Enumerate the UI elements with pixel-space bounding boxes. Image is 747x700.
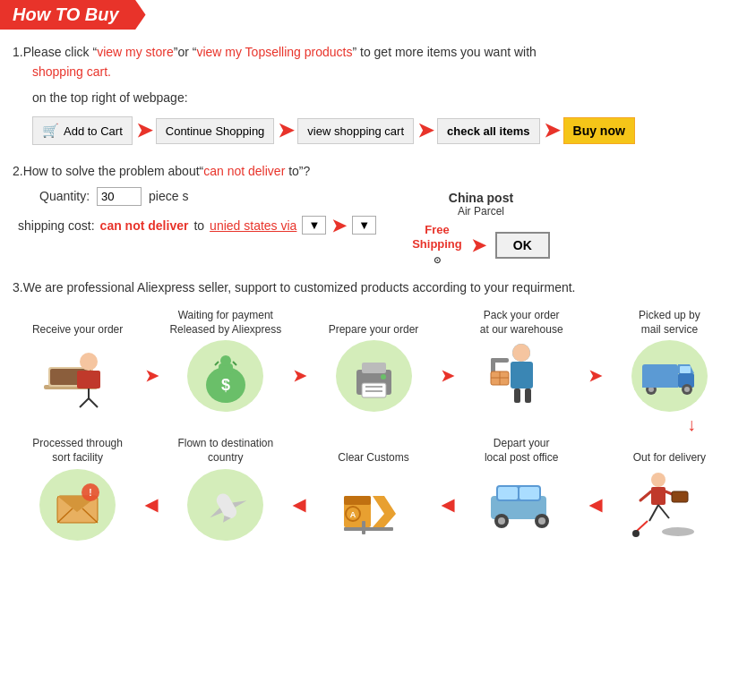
quantity-unit: piece s	[149, 189, 188, 203]
shipping-dropdown[interactable]: ▼	[302, 216, 326, 235]
flow-arrow-8: ◀	[142, 495, 160, 515]
svg-point-37	[684, 387, 690, 392]
flow-icon-2: $	[160, 340, 290, 412]
flow-label-9: Flown to destinationcountry	[160, 437, 290, 465]
quantity-input[interactable]	[97, 187, 142, 206]
step2-end: to”?	[285, 164, 310, 178]
flow-label-5: Picked up bymail service	[605, 309, 734, 337]
svg-point-39	[651, 473, 665, 487]
svg-point-56	[538, 517, 545, 525]
check-items-button[interactable]: check all items	[437, 118, 540, 144]
step3-content: 3.We are professional Aliexpress seller,…	[13, 280, 576, 295]
flow-label-7: Depart yourlocal post office	[457, 437, 587, 465]
svg-rect-4	[77, 371, 100, 388]
step1-text2: on the top right of webpage:	[13, 88, 734, 107]
svg-line-13	[233, 362, 236, 365]
svg-text:$: $	[221, 376, 230, 394]
free-shipping-label: FreeShipping⊙	[412, 223, 462, 269]
flow-icon-1	[13, 340, 142, 412]
svg-rect-43	[672, 491, 688, 502]
method-dropdown[interactable]: ▼	[352, 216, 376, 235]
flow-icon-7	[457, 469, 587, 541]
svg-point-54	[498, 517, 505, 525]
step1-text: 1.Please click “view my store”or “view m…	[13, 42, 734, 82]
svg-rect-29	[525, 388, 531, 403]
flow-down-arrow: ↓	[13, 415, 734, 433]
shipping-row: shipping cost: can not deliver to unied …	[13, 215, 376, 236]
view-store-link[interactable]: view my store	[97, 45, 174, 59]
svg-line-45	[658, 505, 669, 518]
svg-marker-59	[373, 496, 396, 527]
arrow2-icon: ➤	[278, 119, 294, 142]
topselling-link[interactable]: view my Topselling products	[196, 45, 352, 59]
shipping-link[interactable]: unied states via	[210, 218, 296, 233]
svg-rect-18	[365, 390, 382, 392]
shopping-cart-link[interactable]: shopping cart.	[13, 62, 734, 81]
flow-label-3: Prepare your order	[308, 323, 438, 337]
svg-text:!: !	[89, 488, 91, 498]
svg-point-46	[662, 527, 694, 536]
page-wrapper: How TO Buy 1.Please click “view my store…	[0, 0, 747, 541]
page-title: How TO Buy	[13, 4, 119, 24]
svg-rect-63	[344, 527, 393, 531]
view-cart-button[interactable]: view shopping cart	[297, 118, 414, 144]
svg-line-7	[89, 398, 98, 407]
svg-point-19	[381, 374, 386, 380]
arrow4-icon: ➤	[544, 119, 560, 142]
add-to-cart-label: Add to Cart	[64, 124, 123, 138]
add-to-cart-button[interactable]: 🛒 Add to Cart	[32, 116, 133, 145]
flow-arrow-6: ◀	[439, 495, 457, 515]
continue-shopping-button[interactable]: Continue Shopping	[156, 118, 275, 144]
flow-icon-10: !	[13, 469, 142, 541]
step1-post: ” to get more items you want with	[352, 45, 536, 59]
step3-text: 3.We are professional Aliexpress seller,…	[13, 280, 734, 295]
quantity-label: Quantity:	[39, 189, 90, 203]
svg-marker-66	[233, 496, 247, 508]
svg-line-47	[636, 521, 648, 532]
svg-rect-17	[365, 386, 382, 388]
flow-label-8: Clear Customs	[308, 451, 438, 465]
svg-rect-15	[362, 363, 386, 373]
china-post-label: China post	[412, 191, 550, 205]
svg-line-44	[649, 505, 658, 521]
step2-red: can not deliver	[203, 164, 285, 178]
flow-label-6: Out for delivery	[605, 451, 734, 465]
flow-arrow-2: ➤	[290, 366, 308, 386]
air-parcel-label: Air Parcel	[412, 205, 550, 218]
buy-now-button[interactable]: Buy now	[563, 117, 635, 144]
svg-line-6	[80, 398, 89, 407]
svg-point-27	[512, 344, 530, 362]
svg-rect-40	[651, 487, 665, 505]
flow-label-1: Receive your order	[13, 323, 142, 337]
step2-section: 2.How to solve the problem about“can not…	[13, 161, 734, 268]
cart-icon: 🛒	[42, 123, 59, 139]
svg-marker-65	[209, 508, 223, 519]
flow-icon-3	[308, 340, 438, 412]
buy-now-label: Buy now	[573, 124, 625, 138]
quantity-row: Quantity: piece s	[13, 187, 376, 206]
flow-label-2: Waiting for paymentReleased by Aliexpres…	[160, 309, 290, 337]
view-cart-label: view shopping cart	[307, 124, 404, 138]
svg-point-10	[220, 355, 231, 366]
ok-label: OK	[513, 238, 532, 252]
ok-button[interactable]: OK	[495, 232, 550, 259]
flow-icon-9	[160, 469, 290, 541]
svg-rect-26	[511, 362, 533, 388]
check-items-label: check all items	[447, 124, 530, 138]
continue-shopping-label: Continue Shopping	[166, 124, 265, 138]
flow-icon-6	[605, 469, 734, 541]
step2-pre: 2.How to solve the problem about“	[13, 164, 203, 178]
arrow5-icon: ➤	[331, 215, 347, 236]
step1-pre: 1.Please click “	[13, 45, 97, 59]
flow-diagram: Receive your order Waiting for paymentRe…	[13, 309, 734, 540]
svg-point-48	[632, 530, 640, 537]
arrow6-icon: ➤	[471, 235, 486, 256]
svg-point-3	[80, 353, 98, 371]
arrow1-icon: ➤	[136, 119, 152, 142]
svg-rect-52	[519, 487, 539, 499]
flow-arrow-3: ➤	[439, 366, 457, 386]
shipping-pre: shipping cost:	[18, 218, 95, 233]
svg-text:A: A	[350, 510, 356, 519]
shipping-red: can not deliver	[100, 218, 189, 233]
flow-label-4: Pack your orderat our warehouse	[457, 309, 587, 337]
